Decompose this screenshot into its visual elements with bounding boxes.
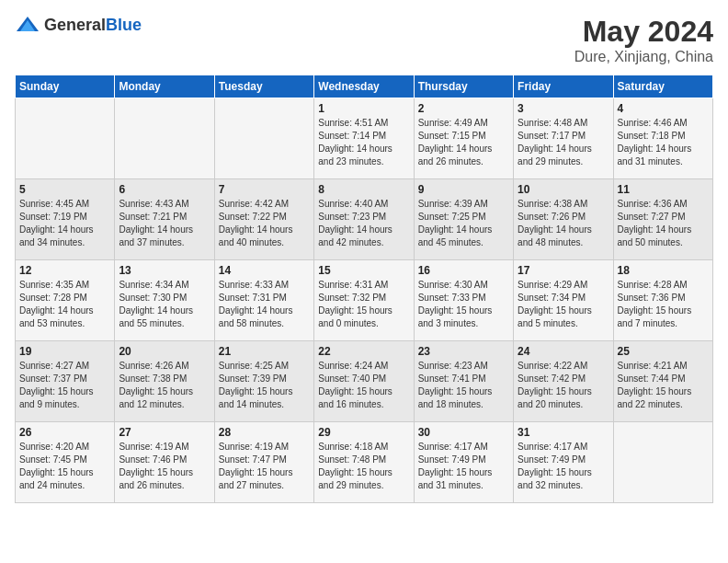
sunrise-text: Sunrise: 4:51 AM — [318, 118, 388, 128]
calendar-cell — [115, 98, 214, 179]
day-number: 31 — [518, 426, 609, 439]
calendar-cell: 15 Sunrise: 4:31 AM Sunset: 7:32 PM Dayl… — [314, 260, 414, 341]
sunrise-text: Sunrise: 4:39 AM — [418, 199, 488, 209]
daylight-text: Daylight: 14 hours and 42 minutes. — [318, 224, 392, 247]
daylight-text: Daylight: 15 hours and 3 minutes. — [418, 305, 493, 328]
cell-content: Sunrise: 4:27 AM Sunset: 7:37 PM Dayligh… — [19, 360, 110, 411]
cell-content: Sunrise: 4:21 AM Sunset: 7:44 PM Dayligh… — [618, 360, 709, 411]
day-number: 1 — [318, 102, 409, 115]
title-area: May 2024 Dure, Xinjiang, China — [574, 15, 713, 65]
calendar-week-row: 5 Sunrise: 4:45 AM Sunset: 7:19 PM Dayli… — [16, 179, 713, 260]
sunset-text: Sunset: 7:17 PM — [518, 131, 586, 141]
sunrise-text: Sunrise: 4:49 AM — [418, 118, 488, 128]
calendar-cell: 16 Sunrise: 4:30 AM Sunset: 7:33 PM Dayl… — [414, 260, 513, 341]
calendar-table: SundayMondayTuesdayWednesdayThursdayFrid… — [15, 75, 713, 503]
calendar-cell: 12 Sunrise: 4:35 AM Sunset: 7:28 PM Dayl… — [16, 260, 115, 341]
sunrise-text: Sunrise: 4:19 AM — [119, 442, 188, 452]
sunset-text: Sunset: 7:28 PM — [19, 293, 87, 303]
calendar-cell: 14 Sunrise: 4:33 AM Sunset: 7:31 PM Dayl… — [214, 260, 313, 341]
sunset-text: Sunset: 7:34 PM — [518, 293, 586, 303]
daylight-text: Daylight: 14 hours and 34 minutes. — [19, 224, 94, 247]
day-number: 3 — [518, 102, 609, 115]
day-number: 19 — [19, 345, 110, 358]
calendar-cell: 24 Sunrise: 4:22 AM Sunset: 7:42 PM Dayl… — [514, 341, 613, 422]
day-number: 13 — [119, 264, 210, 277]
day-number: 30 — [418, 426, 509, 439]
sunset-text: Sunset: 7:41 PM — [418, 373, 486, 384]
sunset-text: Sunset: 7:15 PM — [418, 131, 486, 141]
weekday-header-cell: Saturday — [613, 75, 712, 98]
sunset-text: Sunset: 7:19 PM — [19, 212, 87, 222]
cell-content: Sunrise: 4:17 AM Sunset: 7:49 PM Dayligh… — [518, 441, 609, 492]
month-year: May 2024 — [574, 15, 713, 49]
day-number: 26 — [19, 426, 110, 439]
calendar-cell: 21 Sunrise: 4:25 AM Sunset: 7:39 PM Dayl… — [214, 341, 313, 422]
cell-content: Sunrise: 4:43 AM Sunset: 7:21 PM Dayligh… — [119, 198, 210, 249]
sunrise-text: Sunrise: 4:34 AM — [119, 280, 188, 290]
calendar-week-row: 12 Sunrise: 4:35 AM Sunset: 7:28 PM Dayl… — [16, 260, 713, 341]
calendar-cell: 7 Sunrise: 4:42 AM Sunset: 7:22 PM Dayli… — [214, 179, 313, 260]
cell-content: Sunrise: 4:19 AM Sunset: 7:47 PM Dayligh… — [219, 441, 310, 492]
day-number: 2 — [418, 102, 509, 115]
day-number: 28 — [219, 426, 310, 439]
sunset-text: Sunset: 7:27 PM — [618, 212, 686, 222]
weekday-header-cell: Thursday — [414, 75, 513, 98]
cell-content: Sunrise: 4:34 AM Sunset: 7:30 PM Dayligh… — [119, 279, 210, 330]
daylight-text: Daylight: 15 hours and 14 minutes. — [219, 386, 293, 409]
calendar-cell: 22 Sunrise: 4:24 AM Sunset: 7:40 PM Dayl… — [314, 341, 414, 422]
daylight-text: Daylight: 14 hours and 45 minutes. — [418, 224, 493, 247]
calendar-cell: 31 Sunrise: 4:17 AM Sunset: 7:49 PM Dayl… — [514, 422, 613, 503]
cell-content: Sunrise: 4:24 AM Sunset: 7:40 PM Dayligh… — [318, 360, 409, 411]
calendar-cell: 18 Sunrise: 4:28 AM Sunset: 7:36 PM Dayl… — [613, 260, 712, 341]
sunset-text: Sunset: 7:42 PM — [518, 373, 586, 384]
sunrise-text: Sunrise: 4:43 AM — [119, 199, 188, 209]
calendar-cell: 11 Sunrise: 4:36 AM Sunset: 7:27 PM Dayl… — [613, 179, 712, 260]
daylight-text: Daylight: 14 hours and 50 minutes. — [618, 224, 692, 247]
sunrise-text: Sunrise: 4:45 AM — [19, 199, 89, 209]
daylight-text: Daylight: 14 hours and 29 minutes. — [518, 144, 592, 167]
sunset-text: Sunset: 7:32 PM — [318, 293, 386, 303]
sunrise-text: Sunrise: 4:19 AM — [219, 442, 289, 452]
day-number: 20 — [119, 345, 210, 358]
daylight-text: Daylight: 15 hours and 12 minutes. — [119, 386, 193, 409]
day-number: 4 — [618, 102, 709, 115]
weekday-header-cell: Sunday — [16, 75, 115, 98]
cell-content: Sunrise: 4:46 AM Sunset: 7:18 PM Dayligh… — [618, 117, 709, 168]
sunset-text: Sunset: 7:18 PM — [618, 131, 686, 141]
sunset-text: Sunset: 7:23 PM — [318, 212, 386, 222]
logo-text: GeneralBlue — [44, 16, 142, 35]
sunrise-text: Sunrise: 4:23 AM — [418, 361, 488, 371]
cell-content: Sunrise: 4:49 AM Sunset: 7:15 PM Dayligh… — [418, 117, 509, 168]
sunrise-text: Sunrise: 4:46 AM — [618, 118, 688, 128]
sunrise-text: Sunrise: 4:30 AM — [418, 280, 488, 290]
sunrise-text: Sunrise: 4:35 AM — [19, 280, 89, 290]
sunset-text: Sunset: 7:38 PM — [119, 373, 187, 384]
sunset-text: Sunset: 7:37 PM — [19, 373, 87, 384]
calendar-cell: 9 Sunrise: 4:39 AM Sunset: 7:25 PM Dayli… — [414, 179, 513, 260]
cell-content: Sunrise: 4:28 AM Sunset: 7:36 PM Dayligh… — [618, 279, 709, 330]
weekday-header-cell: Wednesday — [314, 75, 414, 98]
weekday-header-row: SundayMondayTuesdayWednesdayThursdayFrid… — [16, 75, 713, 98]
calendar-cell: 6 Sunrise: 4:43 AM Sunset: 7:21 PM Dayli… — [115, 179, 214, 260]
daylight-text: Daylight: 14 hours and 48 minutes. — [518, 224, 592, 247]
sunset-text: Sunset: 7:36 PM — [618, 293, 686, 303]
daylight-text: Daylight: 14 hours and 31 minutes. — [618, 144, 692, 167]
sunrise-text: Sunrise: 4:38 AM — [518, 199, 587, 209]
day-number: 6 — [119, 183, 210, 196]
sunrise-text: Sunrise: 4:17 AM — [518, 442, 587, 452]
daylight-text: Daylight: 14 hours and 40 minutes. — [219, 224, 293, 247]
sunset-text: Sunset: 7:48 PM — [318, 454, 386, 465]
daylight-text: Daylight: 15 hours and 27 minutes. — [219, 467, 293, 490]
day-number: 29 — [318, 426, 409, 439]
cell-content: Sunrise: 4:23 AM Sunset: 7:41 PM Dayligh… — [418, 360, 509, 411]
sunrise-text: Sunrise: 4:18 AM — [318, 442, 388, 452]
day-number: 7 — [219, 183, 310, 196]
cell-content: Sunrise: 4:19 AM Sunset: 7:46 PM Dayligh… — [119, 441, 210, 492]
logo-blue: Blue — [106, 16, 142, 34]
day-number: 22 — [318, 345, 409, 358]
calendar-cell: 4 Sunrise: 4:46 AM Sunset: 7:18 PM Dayli… — [613, 98, 712, 179]
sunset-text: Sunset: 7:26 PM — [518, 212, 586, 222]
daylight-text: Daylight: 15 hours and 31 minutes. — [418, 467, 493, 490]
cell-content: Sunrise: 4:33 AM Sunset: 7:31 PM Dayligh… — [219, 279, 310, 330]
daylight-text: Daylight: 14 hours and 53 minutes. — [19, 305, 94, 328]
